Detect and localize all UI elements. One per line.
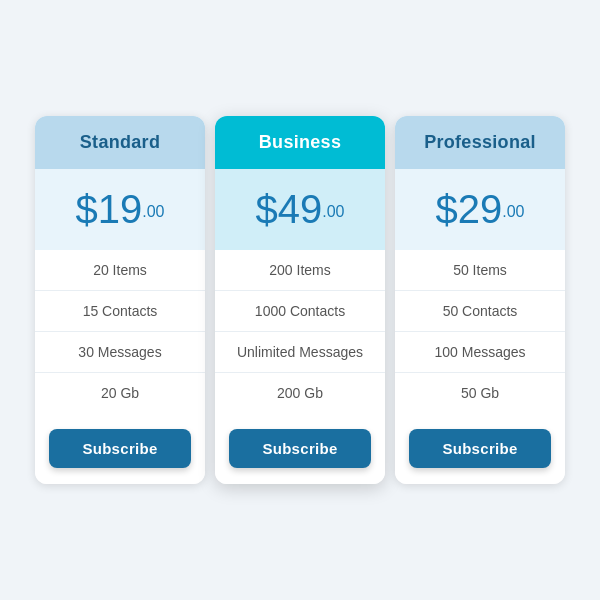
feature-row-professional-3: 50 Gb [395,373,565,413]
plan-price-cents-standard: .00 [142,203,164,220]
plan-price-box-standard: $19.00 [35,169,205,250]
feature-row-standard-2: 30 Messages [35,332,205,373]
subscribe-area-standard: Subscribe [35,413,205,484]
plan-card-business: Business$49.00200 Items1000 ContactsUnli… [215,116,385,484]
plan-price-box-professional: $29.00 [395,169,565,250]
feature-row-standard-1: 15 Contacts [35,291,205,332]
plan-header-professional: Professional [395,116,565,169]
plan-name-professional: Professional [424,132,536,152]
plan-price-main-professional: $29 [436,187,503,231]
feature-row-business-1: 1000 Contacts [215,291,385,332]
feature-row-professional-2: 100 Messages [395,332,565,373]
feature-row-standard-0: 20 Items [35,250,205,291]
plan-features-business: 200 Items1000 ContactsUnlimited Messages… [215,250,385,413]
plan-price-cents-business: .00 [322,203,344,220]
feature-row-business-0: 200 Items [215,250,385,291]
feature-row-business-2: Unlimited Messages [215,332,385,373]
feature-row-standard-3: 20 Gb [35,373,205,413]
subscribe-button-standard[interactable]: Subscribe [49,429,191,468]
plan-card-professional: Professional$29.0050 Items50 Contacts100… [395,116,565,484]
plan-price-cents-professional: .00 [502,203,524,220]
subscribe-button-professional[interactable]: Subscribe [409,429,551,468]
plan-card-standard: Standard$19.0020 Items15 Contacts30 Mess… [35,116,205,484]
plan-header-business: Business [215,116,385,169]
plan-price-box-business: $49.00 [215,169,385,250]
plan-header-standard: Standard [35,116,205,169]
feature-row-professional-1: 50 Contacts [395,291,565,332]
feature-row-professional-0: 50 Items [395,250,565,291]
plan-name-business: Business [259,132,341,152]
subscribe-area-business: Subscribe [215,413,385,484]
plan-features-professional: 50 Items50 Contacts100 Messages50 Gb [395,250,565,413]
plan-features-standard: 20 Items15 Contacts30 Messages20 Gb [35,250,205,413]
plan-price-main-business: $49 [256,187,323,231]
plan-price-main-standard: $19 [76,187,143,231]
plan-name-standard: Standard [80,132,160,152]
feature-row-business-3: 200 Gb [215,373,385,413]
pricing-container: Standard$19.0020 Items15 Contacts30 Mess… [15,96,585,504]
subscribe-area-professional: Subscribe [395,413,565,484]
subscribe-button-business[interactable]: Subscribe [229,429,371,468]
